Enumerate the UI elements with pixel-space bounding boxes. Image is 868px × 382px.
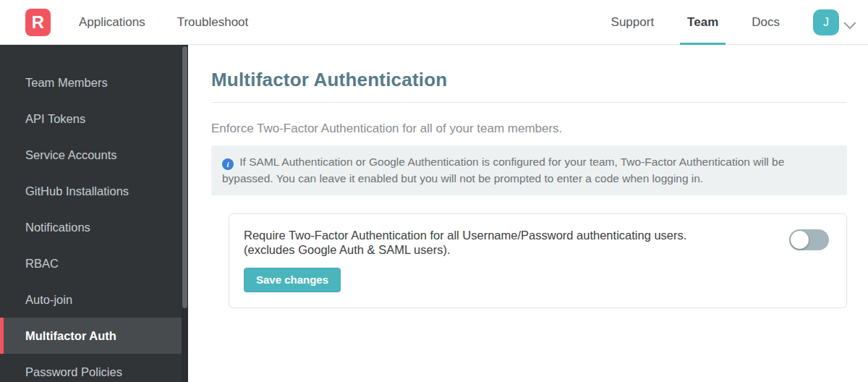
secondary-nav: Support Team Docs J — [611, 0, 868, 45]
sidebar-item-service-accounts[interactable]: Service Accounts — [0, 137, 188, 173]
save-changes-button[interactable]: Save changes — [244, 268, 341, 292]
sidebar-item-github-installations[interactable]: GitHub Installations — [0, 173, 188, 209]
sidebar-item-rbac[interactable]: RBAC — [0, 245, 188, 281]
rollbar-logo-icon[interactable]: R — [25, 9, 51, 36]
nav-troubleshoot[interactable]: Troubleshoot — [177, 0, 249, 45]
sidebar-item-notifications[interactable]: Notifications — [0, 209, 188, 245]
sidebar-item-auto-join[interactable]: Auto-join — [0, 281, 188, 318]
nav-docs[interactable]: Docs — [752, 0, 780, 45]
setting-card-left: Require Two-Factor Authentication for al… — [244, 228, 686, 292]
body-wrap: Team Members API Tokens Service Accounts… — [0, 45, 868, 382]
primary-nav: Applications Troubleshoot — [79, 0, 280, 45]
sidebar-item-api-tokens[interactable]: API Tokens — [0, 101, 188, 137]
sidebar-item-password-policies[interactable]: Password Policies — [0, 354, 188, 382]
nav-support[interactable]: Support — [611, 0, 655, 45]
main-content: Multifactor Authentication Enforce Two-F… — [188, 45, 868, 382]
sidebar-item-team-members[interactable]: Team Members — [0, 64, 188, 101]
setting-description: Require Two-Factor Authentication for al… — [244, 228, 686, 258]
sidebar-item-multifactor-auth[interactable]: Multifactor Auth — [0, 318, 188, 354]
two-factor-toggle[interactable] — [789, 229, 829, 250]
top-navbar: R Applications Troubleshoot Support Team… — [0, 0, 868, 45]
nav-team-active[interactable]: Team — [687, 0, 718, 45]
setting-description-line2: (excludes Google Auth & SAML users). — [244, 242, 686, 258]
info-note: i If SAML Authentication or Google Authe… — [211, 145, 847, 195]
info-note-text: If SAML Authentication or Google Authent… — [222, 156, 784, 184]
settings-sidebar: Team Members API Tokens Service Accounts… — [0, 45, 188, 382]
page-subtitle: Enforce Two-Factor Authentication for al… — [211, 122, 847, 136]
toggle-knob — [791, 231, 809, 249]
setting-description-line1: Require Two-Factor Authentication for al… — [244, 228, 686, 243]
title-divider — [211, 102, 847, 103]
user-avatar[interactable]: J — [813, 9, 839, 35]
info-icon: i — [222, 158, 234, 170]
nav-applications[interactable]: Applications — [79, 0, 145, 45]
page-title: Multifactor Authentication — [211, 69, 847, 91]
sidebar-scrollbar-thumb[interactable] — [182, 46, 187, 308]
two-factor-setting-card: Require Two-Factor Authentication for al… — [229, 213, 847, 308]
chevron-down-icon[interactable] — [843, 15, 858, 30]
page: R Applications Troubleshoot Support Team… — [0, 0, 868, 382]
